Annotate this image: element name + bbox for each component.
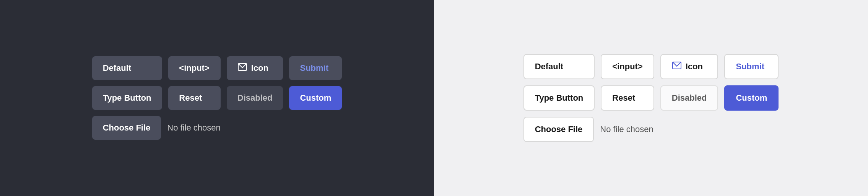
dark-disabled-button[interactable]: Disabled bbox=[227, 86, 283, 110]
light-submit-label: Submit bbox=[736, 62, 764, 72]
dark-button-grid: Default <input> Icon Submit Type Button … bbox=[92, 56, 342, 140]
light-choose-file-button[interactable]: Choose File bbox=[523, 117, 594, 142]
light-type-button-label: Type Button bbox=[535, 93, 584, 103]
dark-type-button-button[interactable]: Type Button bbox=[92, 86, 163, 110]
light-icon-button[interactable]: Icon bbox=[660, 54, 718, 79]
light-choose-file-label: Choose File bbox=[535, 124, 583, 134]
dark-submit-label: Submit bbox=[300, 63, 328, 73]
dark-choose-file-button[interactable]: Choose File bbox=[92, 116, 161, 140]
light-panel: Default <input> Icon Submit Type Button … bbox=[434, 0, 868, 196]
mail-icon bbox=[237, 63, 247, 73]
dark-reset-button[interactable]: Reset bbox=[168, 86, 220, 110]
dark-icon-button[interactable]: Icon bbox=[227, 56, 283, 80]
dark-icon-label: Icon bbox=[251, 63, 268, 73]
dark-panel: Default <input> Icon Submit Type Button … bbox=[0, 0, 434, 196]
light-custom-button[interactable]: Custom bbox=[724, 85, 779, 111]
light-no-file-text: No file chosen bbox=[600, 124, 653, 134]
light-button-grid: Default <input> Icon Submit Type Button … bbox=[523, 54, 779, 142]
dark-custom-label: Custom bbox=[300, 93, 331, 103]
dark-custom-button[interactable]: Custom bbox=[289, 86, 342, 110]
dark-default-label: Default bbox=[103, 63, 132, 73]
light-file-row: Choose File No file chosen bbox=[523, 117, 654, 142]
dark-submit-button[interactable]: Submit bbox=[289, 56, 342, 80]
light-input-button[interactable]: <input> bbox=[601, 54, 654, 79]
light-disabled-label: Disabled bbox=[672, 93, 707, 103]
dark-reset-label: Reset bbox=[179, 93, 202, 103]
light-default-label: Default bbox=[535, 62, 564, 72]
dark-default-button[interactable]: Default bbox=[92, 56, 163, 80]
dark-input-button[interactable]: <input> bbox=[168, 56, 220, 80]
dark-input-label: <input> bbox=[179, 63, 209, 73]
light-submit-button[interactable]: Submit bbox=[724, 54, 779, 79]
light-type-button-button[interactable]: Type Button bbox=[523, 85, 595, 111]
dark-file-row: Choose File No file chosen bbox=[92, 116, 221, 140]
light-reset-label: Reset bbox=[612, 93, 635, 103]
light-custom-label: Custom bbox=[736, 93, 767, 103]
light-input-label: <input> bbox=[612, 62, 642, 72]
light-default-button[interactable]: Default bbox=[523, 54, 595, 79]
dark-no-file-text: No file chosen bbox=[167, 123, 220, 133]
light-icon-label: Icon bbox=[686, 62, 703, 72]
dark-choose-file-label: Choose File bbox=[103, 123, 151, 132]
dark-disabled-label: Disabled bbox=[237, 93, 273, 103]
dark-type-button-label: Type Button bbox=[103, 93, 151, 103]
light-disabled-button[interactable]: Disabled bbox=[660, 85, 718, 111]
light-reset-button[interactable]: Reset bbox=[601, 85, 654, 111]
mail-icon-blue bbox=[672, 62, 682, 72]
